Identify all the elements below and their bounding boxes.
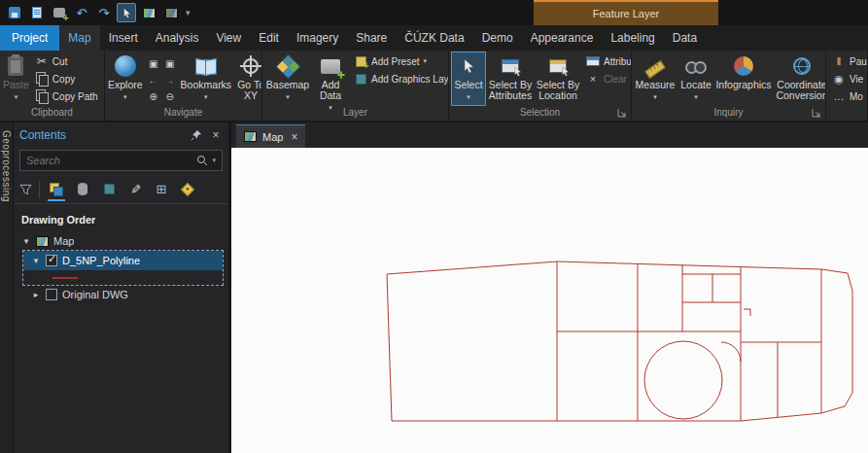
cut-button[interactable]: Cut	[32, 52, 101, 70]
bookmarks-icon	[194, 55, 218, 77]
quick-access-toolbar	[0, 0, 868, 25]
collapse-caret-icon[interactable]	[31, 290, 41, 299]
clear-button[interactable]: Clear	[583, 70, 628, 87]
attributes-button[interactable]: Attributes	[583, 52, 628, 70]
search-icon[interactable]	[196, 155, 208, 166]
tab-edit[interactable]: Edit	[250, 25, 288, 51]
measure-button[interactable]: Measure	[635, 52, 676, 105]
tab-view[interactable]: View	[207, 25, 250, 51]
expand-caret-icon[interactable]	[31, 256, 41, 265]
go-to-xy-icon	[243, 58, 259, 74]
redo-icon[interactable]	[94, 3, 114, 22]
cursor-overlay-icon	[560, 66, 571, 77]
cut-icon	[35, 54, 49, 68]
undo-icon[interactable]	[72, 3, 91, 22]
add-preset-button[interactable]: Add Preset	[351, 52, 445, 70]
explore-button[interactable]: Explore	[108, 52, 143, 105]
save-icon[interactable]	[5, 3, 24, 22]
select-by-attributes-button[interactable]: Select By Attributes	[488, 52, 533, 105]
more-button[interactable]: Mo	[829, 87, 864, 105]
search-options-caret-icon[interactable]	[212, 157, 216, 164]
fixed-zoom-out-icon[interactable]	[162, 88, 178, 104]
map-canvas[interactable]	[231, 148, 868, 453]
coordinate-conversion-button[interactable]: Coordinate Conversion	[774, 52, 826, 105]
tab-imagery[interactable]: Imagery	[288, 25, 347, 51]
add-graphics-layer-button[interactable]: Add Graphics Layer	[351, 70, 445, 87]
full-extent-icon[interactable]	[146, 55, 161, 71]
scene-pane-icon[interactable]	[161, 3, 181, 22]
select-by-location-button[interactable]: Select By Location	[536, 52, 580, 105]
view-unplaced-button[interactable]: Vie	[829, 70, 864, 87]
map-pane-icon[interactable]	[139, 3, 158, 22]
add-data-ribbon-icon	[321, 59, 340, 74]
tab-analysis[interactable]: Analysis	[147, 25, 208, 51]
select-tool-icon[interactable]	[117, 3, 136, 22]
list-by-labeling-tab[interactable]	[178, 178, 197, 201]
contextual-tab-header: Feature Layer	[534, 0, 718, 25]
contents-tab-strip	[14, 175, 228, 204]
select-icon	[461, 58, 476, 74]
layer-visibility-checkbox[interactable]	[46, 255, 57, 266]
list-by-snapping-tab[interactable]	[152, 178, 171, 201]
selection-dialog-launcher-icon[interactable]	[617, 108, 628, 119]
tab-share[interactable]: Share	[347, 25, 396, 51]
tab-appearance[interactable]: Appearance	[522, 25, 603, 51]
add-data-icon[interactable]	[50, 3, 69, 22]
infographics-button[interactable]: Infographics	[716, 52, 771, 105]
add-data-button[interactable]: Add Data	[313, 52, 348, 105]
close-pane-icon[interactable]	[209, 128, 223, 142]
close-view-icon[interactable]	[291, 130, 297, 144]
tab-data[interactable]: Data	[664, 25, 706, 51]
tab-map[interactable]: Map	[59, 25, 99, 51]
tree-item-d5np-polyline[interactable]: D_5NP_Polyline	[23, 251, 223, 270]
previous-extent-icon[interactable]	[146, 72, 161, 87]
map-tab-label: Map	[262, 131, 283, 143]
go-to-xy-button[interactable]: Go To XY	[234, 52, 262, 105]
contents-header: Contents	[14, 122, 228, 148]
fixed-extent-icon[interactable]	[162, 55, 178, 71]
pin-icon[interactable]	[190, 128, 203, 142]
search-input[interactable]	[26, 155, 192, 166]
select-button[interactable]: Select	[452, 52, 485, 105]
locate-button[interactable]: Locate	[678, 52, 713, 105]
group-label-selection: Selection	[449, 106, 631, 121]
tree-item-original-dwg[interactable]: Original DWG	[14, 285, 228, 304]
open-project-icon[interactable]	[27, 3, 47, 22]
next-extent-icon[interactable]	[162, 72, 178, 87]
expand-caret-icon[interactable]	[21, 236, 31, 246]
copy-path-icon	[35, 89, 49, 103]
tab-insert[interactable]: Insert	[100, 25, 147, 51]
qat-customize-icon[interactable]	[186, 8, 191, 17]
tab-project[interactable]: Project	[0, 25, 59, 51]
list-by-drawing-order-tab[interactable]	[47, 178, 66, 201]
geoprocessing-dock-tab[interactable]: Geoprocessing	[0, 122, 14, 453]
list-by-selection-tab[interactable]	[99, 178, 119, 201]
map-glyph	[143, 8, 156, 18]
inquiry-dialog-launcher-icon[interactable]	[812, 108, 822, 119]
copy-path-button[interactable]: Copy Path	[32, 87, 101, 105]
map-view-area: Map	[231, 122, 868, 453]
list-by-data-source-tab[interactable]	[73, 178, 92, 201]
ribbon: Paste Cut Copy Copy Path	[0, 51, 868, 122]
bookmarks-button[interactable]: Bookmarks	[181, 52, 232, 105]
tab-labeling[interactable]: Labeling	[602, 25, 663, 51]
layer-symbol-row[interactable]	[23, 270, 223, 285]
view-tab-map[interactable]: Map	[236, 124, 305, 148]
cursor-overlay-icon	[512, 66, 523, 77]
pencil-icon	[128, 184, 143, 194]
explore-icon	[115, 55, 136, 77]
copy-button[interactable]: Copy	[32, 70, 101, 87]
tree-item-map[interactable]: Map	[14, 231, 228, 251]
fixed-zoom-in-icon[interactable]	[146, 88, 161, 104]
pause-button[interactable]: Pau	[829, 52, 864, 70]
group-label-inquiry: Inquiry	[632, 106, 825, 121]
layer-visibility-checkbox[interactable]	[46, 289, 57, 300]
paste-button[interactable]: Paste	[3, 52, 29, 105]
list-by-editing-tab[interactable]	[125, 178, 145, 201]
basemap-button[interactable]: Basemap	[265, 52, 310, 105]
tab-cuzk-data[interactable]: ČÚZK Data	[396, 25, 472, 51]
pin-glyph	[191, 129, 202, 141]
filter-icon[interactable]	[19, 184, 32, 195]
map-node-label: Map	[53, 235, 74, 247]
tab-demo[interactable]: Demo	[473, 25, 522, 51]
